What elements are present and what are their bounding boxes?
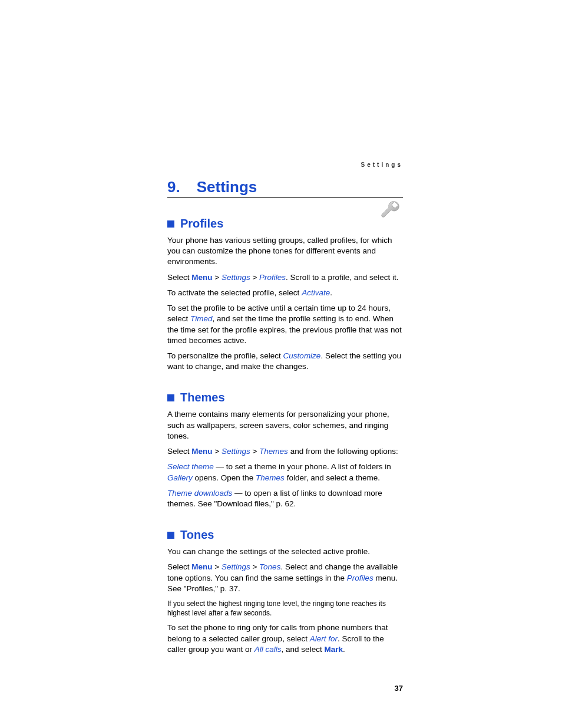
- paragraph: Select Menu > Settings > Themes and from…: [167, 446, 403, 457]
- menu-path-themes: Themes: [259, 447, 288, 456]
- chapter-heading: 9. Settings: [167, 178, 403, 198]
- text: , and select: [282, 645, 325, 654]
- ui-term-mark: Mark: [324, 645, 343, 654]
- ui-term-gallery: Gallery: [167, 473, 193, 482]
- text: .: [343, 645, 345, 654]
- ui-term-theme-downloads: Theme downloads: [167, 489, 232, 498]
- menu-path-menu: Menu: [191, 273, 212, 282]
- text: .: [330, 288, 332, 297]
- paragraph: To set the phone to ring only for calls …: [167, 622, 403, 655]
- menu-path-settings: Settings: [222, 562, 250, 571]
- section-bullet-icon: [167, 394, 174, 401]
- running-header: Settings: [361, 162, 403, 168]
- menu-path-settings: Settings: [222, 447, 250, 456]
- separator: >: [250, 562, 259, 571]
- menu-path-menu: Menu: [191, 562, 212, 571]
- separator: >: [213, 447, 222, 456]
- paragraph: Your phone has various setting groups, c…: [167, 235, 403, 268]
- separator: >: [213, 273, 222, 282]
- text: To personalize the profile, select: [167, 351, 283, 360]
- text: and from the following options:: [288, 447, 398, 456]
- ui-term-profiles: Profiles: [347, 574, 373, 582]
- text: opens. Open the: [193, 473, 256, 482]
- menu-path-menu: Menu: [191, 447, 212, 456]
- paragraph: Select theme — to set a theme in your ph…: [167, 462, 403, 483]
- paragraph: A theme contains many elements for perso…: [167, 409, 403, 442]
- paragraph: To activate the selected profile, select…: [167, 288, 403, 298]
- text: Select: [167, 562, 191, 571]
- paragraph: You can change the settings of the selec…: [167, 546, 403, 557]
- section-bullet-icon: [167, 532, 174, 539]
- ui-term-themes-folder: Themes: [256, 473, 285, 482]
- chapter-number: 9.: [167, 178, 180, 196]
- section-title: Themes: [180, 391, 225, 404]
- ui-term-customize: Customize: [283, 351, 321, 360]
- text: — to set a theme in your phone. A list o…: [214, 462, 391, 471]
- text: Select: [167, 273, 191, 282]
- paragraph: Select Menu > Settings > Tones. Select a…: [167, 562, 403, 594]
- section-title: Tones: [180, 528, 214, 542]
- menu-path-profiles: Profiles: [259, 273, 286, 282]
- text: Select: [167, 447, 191, 456]
- paragraph: Theme downloads — to open a list of link…: [167, 488, 403, 509]
- note-paragraph: If you select the highest ringing tone l…: [167, 599, 403, 618]
- ui-term-all-calls: All calls: [254, 645, 282, 654]
- menu-path-tones: Tones: [259, 562, 280, 571]
- separator: >: [250, 273, 259, 282]
- paragraph: Select Menu > Settings > Profiles. Scrol…: [167, 272, 403, 283]
- ui-term-select-theme: Select theme: [167, 462, 214, 471]
- content-area: 9. Settings Profiles Your phone has vari…: [167, 178, 403, 655]
- chapter-title: Settings: [197, 178, 257, 196]
- separator: >: [213, 562, 222, 571]
- text: To activate the selected profile, select: [167, 288, 302, 297]
- text: . Scroll to a profile, and select it.: [286, 273, 398, 282]
- section-heading-tones: Tones: [167, 528, 403, 542]
- ui-term-activate: Activate: [302, 288, 330, 297]
- menu-path-settings: Settings: [222, 273, 250, 282]
- section-heading-themes: Themes: [167, 391, 403, 404]
- text: folder, and select a theme.: [285, 473, 380, 482]
- section-title: Profiles: [180, 217, 223, 230]
- ui-term-alert-for: Alert for: [310, 634, 338, 643]
- paragraph: To personalize the profile, select Custo…: [167, 351, 403, 372]
- section-bullet-icon: [167, 220, 174, 228]
- section-heading-profiles: Profiles: [167, 217, 403, 230]
- paragraph: To set the profile to be active until a …: [167, 303, 403, 346]
- settings-wrench-icon: [379, 199, 403, 225]
- page-number: 37: [395, 684, 403, 693]
- ui-term-timed: Timed: [190, 314, 212, 323]
- separator: >: [250, 447, 259, 456]
